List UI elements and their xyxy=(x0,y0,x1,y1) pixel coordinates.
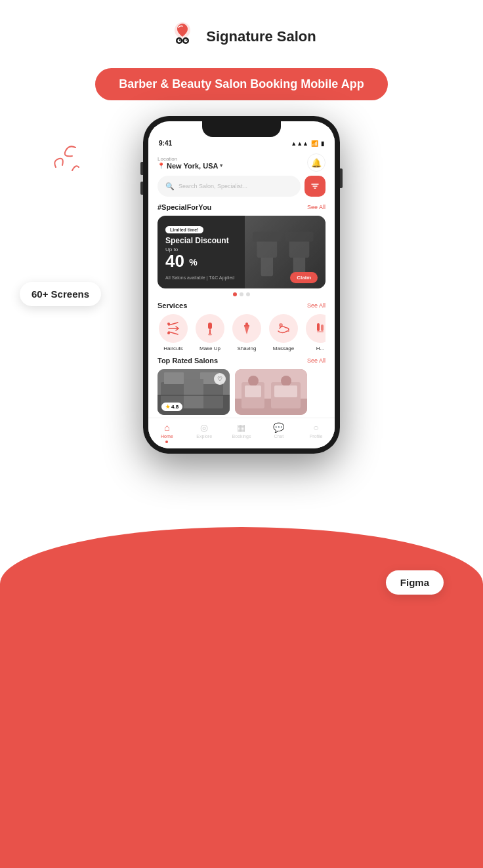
profile-nav-label: Profile xyxy=(310,434,323,439)
carousel-dots xyxy=(158,292,326,296)
nav-profile[interactable]: ○ Profile xyxy=(297,422,335,443)
chat-nav-icon: 💬 xyxy=(273,422,284,433)
salon-1-rating: ★ 4.8 xyxy=(161,403,182,411)
filter-button[interactable] xyxy=(304,176,326,197)
salon-image-2 xyxy=(235,369,307,415)
svg-rect-21 xyxy=(208,323,212,329)
promo-card-content: Limited time! Special Discount Up to 40 … xyxy=(165,222,318,283)
special-see-all[interactable]: See All xyxy=(307,204,326,210)
shaving-icon-wrap xyxy=(232,314,261,343)
dot-3 xyxy=(246,292,250,296)
nails-label: H... xyxy=(316,345,324,351)
location-city: New York, USA xyxy=(167,162,218,170)
screens-badge: 60+ Screens xyxy=(20,282,101,306)
svg-rect-44 xyxy=(274,385,297,397)
chevron-down-icon: ▾ xyxy=(220,163,222,168)
header: Signature Salon xyxy=(0,0,483,63)
massage-icon xyxy=(276,321,291,336)
service-makeup[interactable]: Make Up xyxy=(194,314,226,351)
phone-vol-up-button xyxy=(140,162,143,175)
makeup-icon-wrap xyxy=(196,314,224,343)
salon-card-2[interactable] xyxy=(235,369,307,415)
salons-list: ♡ ★ 4.8 xyxy=(158,369,326,415)
top-salons-title: Top Rated Salons xyxy=(158,357,218,365)
svg-rect-43 xyxy=(245,385,261,397)
status-time: 9:41 xyxy=(159,140,172,147)
search-input[interactable]: Search Salon, Specialist... xyxy=(178,183,247,189)
banner-section: Barber & Beauty Salon Booking Mobile App xyxy=(0,68,483,100)
pin-icon: 📍 xyxy=(158,163,165,169)
location-row: Location 📍 New York, USA ▾ 🔔 xyxy=(158,153,326,172)
status-icons: ▲▲▲ 📶 ▮ xyxy=(291,140,324,147)
status-bar: 9:41 ▲▲▲ 📶 ▮ xyxy=(148,137,335,148)
signal-icon: ▲▲▲ xyxy=(291,140,308,147)
figma-badge: Figma xyxy=(386,570,444,595)
profile-nav-icon: ○ xyxy=(313,422,318,433)
wifi-icon: 📶 xyxy=(311,140,318,147)
svg-point-4 xyxy=(184,39,188,43)
app-logo-icon xyxy=(167,21,198,52)
service-nails[interactable]: H... xyxy=(304,314,326,351)
nails-icon xyxy=(312,321,326,336)
search-row: 🔍 Search Salon, Specialist... xyxy=(158,176,326,197)
svg-point-41 xyxy=(248,376,259,386)
filter-icon xyxy=(310,182,320,191)
svg-line-18 xyxy=(169,323,178,325)
service-shaving[interactable]: Shaving xyxy=(231,314,262,351)
salon-1-rating-value: 4.8 xyxy=(171,404,178,410)
explore-nav-label: Explore xyxy=(196,434,212,439)
services-list: Haircuts Make Up xyxy=(158,314,326,351)
haircuts-icon-wrap xyxy=(159,314,188,343)
svg-point-24 xyxy=(245,323,248,325)
nav-bookings[interactable]: ▦ Bookings xyxy=(223,422,261,443)
shaving-icon xyxy=(239,321,255,336)
bottom-navigation: ⌂ Home ◎ Explore ▦ Bookings 💬 Chat xyxy=(148,418,335,448)
dot-1 xyxy=(233,292,237,296)
notification-button[interactable]: 🔔 xyxy=(307,153,326,172)
massage-label: Massage xyxy=(273,345,294,351)
service-massage[interactable]: Massage xyxy=(268,314,299,351)
home-nav-label: Home xyxy=(161,434,173,439)
phone-vol-down-button xyxy=(140,182,143,195)
salon-image-1: ♡ ★ 4.8 xyxy=(158,369,230,415)
service-haircuts[interactable]: Haircuts xyxy=(158,314,189,351)
svg-rect-35 xyxy=(184,379,203,408)
svg-line-19 xyxy=(169,332,178,334)
svg-rect-33 xyxy=(164,372,184,384)
svg-rect-27 xyxy=(321,325,324,331)
nav-explore[interactable]: ◎ Explore xyxy=(186,422,223,443)
app-title: Signature Salon xyxy=(206,28,316,45)
banner-pill: Barber & Beauty Salon Booking Mobile App xyxy=(95,68,387,100)
location-value[interactable]: 📍 New York, USA ▾ xyxy=(158,162,222,170)
promo-percent-sign: % xyxy=(189,257,197,267)
phone-screen: 9:41 ▲▲▲ 📶 ▮ Location 📍 xyxy=(148,121,335,448)
bookings-nav-icon: ▦ xyxy=(237,422,245,433)
haircuts-icon xyxy=(165,321,181,336)
promo-limited-badge: Limited time! xyxy=(165,226,203,233)
top-salons-section-header: Top Rated Salons See All xyxy=(158,357,326,365)
svg-point-23 xyxy=(208,334,212,336)
shaving-label: Shaving xyxy=(238,345,257,351)
promo-note: All Salons available | T&C Applied xyxy=(165,275,234,280)
claim-button[interactable]: Claim xyxy=(290,272,318,283)
services-section-header: Services See All xyxy=(158,302,326,309)
salon-1-heart-icon[interactable]: ♡ xyxy=(214,373,226,385)
promo-card-main[interactable]: Limited time! Special Discount Up to 40 … xyxy=(158,216,326,288)
salon-card-1[interactable]: ♡ ★ 4.8 xyxy=(158,369,230,415)
svg-rect-28 xyxy=(317,331,324,332)
location-label: Location xyxy=(158,156,222,162)
nav-chat[interactable]: 💬 Chat xyxy=(260,422,297,443)
services-see-all[interactable]: See All xyxy=(307,302,326,309)
nav-home[interactable]: ⌂ Home xyxy=(148,422,186,443)
nails-icon-wrap xyxy=(306,314,326,343)
svg-point-6 xyxy=(186,39,187,41)
bottom-spacer xyxy=(0,480,483,532)
search-input-wrap[interactable]: 🔍 Search Salon, Specialist... xyxy=(158,176,301,197)
svg-point-3 xyxy=(178,39,181,43)
top-salons-see-all[interactable]: See All xyxy=(307,357,326,364)
promo-footer: All Salons available | T&C Applied Claim xyxy=(165,272,318,283)
promo-percent: 40 % xyxy=(165,252,318,269)
haircuts-label: Haircuts xyxy=(163,345,182,351)
promo-title: Special Discount xyxy=(165,236,318,245)
explore-nav-icon: ◎ xyxy=(200,422,208,433)
